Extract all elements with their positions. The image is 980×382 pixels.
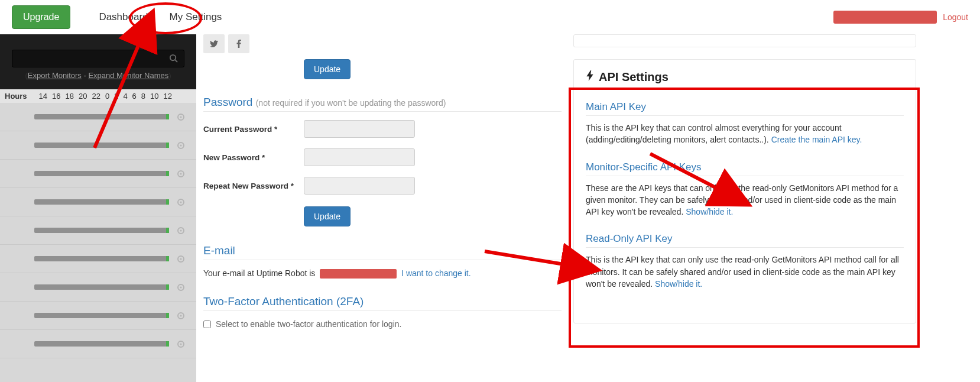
gear-icon[interactable] [176, 169, 186, 179]
upgrade-button[interactable]: Upgrade [12, 5, 70, 29]
search-icon [169, 54, 178, 64]
gear-icon[interactable] [176, 254, 186, 264]
new-password-label: New Password * [203, 153, 304, 162]
sidebar-links: (Export Monitors - Expand Monitor Names) [12, 67, 184, 86]
svg-point-9 [180, 201, 182, 203]
svg-point-15 [180, 286, 182, 288]
settings-center: Update Password (not required if you won… [196, 34, 569, 329]
email-redacted [320, 269, 397, 279]
facebook-icon[interactable] [228, 34, 249, 53]
gear-icon[interactable] [176, 141, 186, 150]
gear-icon[interactable] [176, 339, 186, 349]
tfa-section-title: Two-Factor Authentication (2FA) [203, 295, 562, 311]
gear-icon[interactable] [176, 112, 186, 122]
monitor-row[interactable] [0, 188, 196, 216]
monitor-row[interactable] [0, 131, 196, 160]
monitor-row[interactable] [0, 245, 196, 273]
api-readonly-section: Read-Only API Key This is the API key th… [586, 233, 904, 290]
password-section-title: Password (not required if you won't be u… [203, 96, 562, 112]
export-monitors-link[interactable]: Export Monitors [28, 71, 82, 80]
change-email-link[interactable]: I want to change it. [401, 268, 471, 278]
monitor-row[interactable] [0, 330, 196, 358]
api-monitor-heading: Monitor-Specific API Keys [586, 161, 904, 176]
gear-icon[interactable] [176, 311, 186, 321]
repeat-password-label: Repeat New Password * [203, 182, 304, 190]
showhide-monitor-link[interactable]: Show/hide it. [686, 207, 733, 216]
svg-point-0 [170, 55, 176, 60]
monitor-row[interactable] [0, 302, 196, 330]
lightning-icon [586, 70, 594, 84]
user-name-redacted [833, 11, 937, 24]
svg-point-7 [180, 173, 182, 174]
update-button-password[interactable]: Update [304, 206, 351, 226]
svg-line-1 [175, 60, 177, 62]
upper-panel-fragment [573, 34, 916, 47]
expand-names-link[interactable]: Expand Monitor Names [88, 71, 168, 80]
api-main-heading: Main API Key [586, 101, 904, 116]
svg-point-3 [180, 116, 182, 118]
svg-point-19 [180, 343, 182, 345]
svg-point-5 [180, 144, 182, 146]
monitor-row[interactable] [0, 273, 196, 302]
email-section-title: E-mail [203, 244, 562, 260]
api-main-section: Main API Key This is the API key that ca… [586, 101, 904, 146]
update-button-top[interactable]: Update [304, 59, 351, 79]
current-password-label: Current Password * [203, 125, 304, 134]
repeat-password-input[interactable] [304, 177, 415, 195]
api-readonly-heading: Read-Only API Key [586, 233, 904, 248]
email-text: Your e-mail at Uptime Robot is I want to… [203, 268, 562, 279]
svg-point-17 [180, 315, 182, 316]
svg-point-11 [180, 229, 182, 231]
monitor-search-input[interactable] [12, 50, 184, 67]
create-main-api-key-link[interactable]: Create the main API key. [771, 135, 862, 144]
monitor-sidebar: (Export Monitors - Expand Monitor Names)… [0, 34, 196, 382]
top-nav: Upgrade Dashboard My Settings Logout [0, 0, 980, 34]
gear-icon[interactable] [176, 226, 186, 235]
hours-axis: Hours 14 16 18 20 22 0 2 4 6 8 10 12 [0, 89, 196, 103]
logout-link[interactable]: Logout [943, 12, 968, 22]
right-column: API Settings Main API Key This is the AP… [573, 34, 916, 323]
nav-dashboard[interactable]: Dashboard [88, 11, 158, 23]
api-settings-heading: API Settings [586, 70, 904, 89]
twitter-icon[interactable] [203, 34, 225, 53]
tfa-checkbox[interactable] [203, 321, 211, 328]
showhide-readonly-link[interactable]: Show/hide it. [655, 279, 702, 289]
monitor-row[interactable] [0, 216, 196, 245]
tfa-label: Select to enable two-factor authenticati… [216, 319, 401, 329]
api-monitor-section: Monitor-Specific API Keys These are the … [586, 161, 904, 218]
new-password-input[interactable] [304, 148, 415, 166]
monitor-row[interactable] [0, 103, 196, 131]
current-password-input[interactable] [304, 120, 415, 138]
nav-my-settings[interactable]: My Settings [159, 11, 233, 23]
monitor-row[interactable] [0, 160, 196, 188]
svg-point-13 [180, 258, 182, 260]
gear-icon[interactable] [176, 283, 186, 292]
api-settings-panel: API Settings Main API Key This is the AP… [573, 59, 916, 323]
gear-icon[interactable] [176, 198, 186, 207]
